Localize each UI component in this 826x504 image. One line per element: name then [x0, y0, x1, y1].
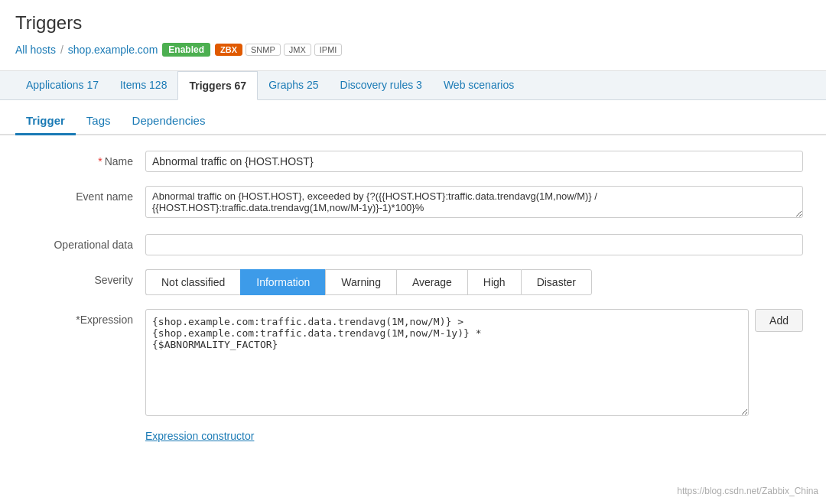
severity-average[interactable]: Average [396, 269, 467, 295]
name-input[interactable] [145, 151, 803, 172]
expression-row: *Expression {shop.example.com:traffic.da… [23, 309, 803, 416]
host-nav: All hosts / shop.example.com Enabled ZBX… [15, 43, 811, 57]
tab-discovery-rules[interactable]: Discovery rules 3 [330, 71, 433, 99]
subtab-trigger[interactable]: Trigger [15, 108, 76, 135]
ipmi-badge: IPMI [314, 44, 343, 56]
severity-control: Not classified Information Warning Avera… [145, 269, 803, 295]
host-name-link[interactable]: shop.example.com [68, 44, 158, 56]
severity-row: Severity Not classified Information Warn… [23, 269, 803, 295]
severity-label: Severity [23, 269, 145, 286]
expression-constructor-link[interactable]: Expression constructor [145, 430, 254, 442]
tab-triggers[interactable]: Triggers 67 [177, 71, 258, 100]
status-badge: Enabled [162, 43, 210, 57]
severity-warning[interactable]: Warning [325, 269, 396, 295]
tab-applications[interactable]: Applications 17 [15, 71, 109, 99]
operational-data-row: Operational data [23, 234, 803, 255]
nav-separator: / [60, 44, 63, 56]
severity-disaster[interactable]: Disaster [521, 269, 592, 295]
snmp-badge: SNMP [246, 44, 281, 56]
jmx-badge: JMX [284, 44, 311, 56]
operational-data-label: Operational data [23, 234, 145, 251]
page-header: Triggers All hosts / shop.example.com En… [0, 0, 826, 71]
severity-group: Not classified Information Warning Avera… [145, 269, 803, 295]
event-name-row: Event name Abnormal traffic on {HOST.HOS… [23, 186, 803, 220]
event-name-control: Abnormal traffic on {HOST.HOST}, exceede… [145, 186, 803, 220]
expression-textarea[interactable]: {shop.example.com:traffic.data.trendavg(… [145, 309, 749, 416]
sub-tabs: Trigger Tags Dependencies [0, 108, 826, 135]
event-name-input[interactable]: Abnormal traffic on {HOST.HOST}, exceede… [145, 186, 803, 218]
operational-data-control [145, 234, 803, 255]
operational-data-input[interactable] [145, 234, 803, 255]
expression-label: *Expression [23, 309, 145, 326]
tab-graphs[interactable]: Graphs 25 [258, 71, 329, 99]
tab-web-scenarios[interactable]: Web scenarios [433, 71, 525, 99]
expression-control: {shop.example.com:traffic.data.trendavg(… [145, 309, 803, 416]
severity-information[interactable]: Information [240, 269, 325, 295]
zbx-badge: ZBX [215, 44, 242, 56]
all-hosts-link[interactable]: All hosts [15, 44, 56, 56]
add-button[interactable]: Add [755, 309, 803, 332]
page-title: Triggers [15, 12, 811, 34]
name-required-marker: * [98, 155, 102, 167]
severity-high[interactable]: High [467, 269, 521, 295]
name-control [145, 151, 803, 172]
content-area: Trigger Tags Dependencies *Name Event na… [0, 100, 826, 457]
form-area: *Name Event name Abnormal traffic on {HO… [0, 135, 826, 457]
protocol-badges: ZBX SNMP JMX IPMI [215, 44, 342, 56]
tab-items[interactable]: Items 128 [109, 71, 177, 99]
severity-not-classified[interactable]: Not classified [145, 269, 240, 295]
subtab-dependencies[interactable]: Dependencies [122, 108, 216, 134]
event-name-label: Event name [23, 186, 145, 203]
expression-constructor-container: Expression constructor [23, 430, 803, 442]
subtab-tags[interactable]: Tags [76, 108, 122, 134]
name-row: *Name [23, 151, 803, 172]
main-tabs-nav: Applications 17 Items 128 Triggers 67 Gr… [0, 71, 826, 100]
name-label: *Name [23, 151, 145, 167]
